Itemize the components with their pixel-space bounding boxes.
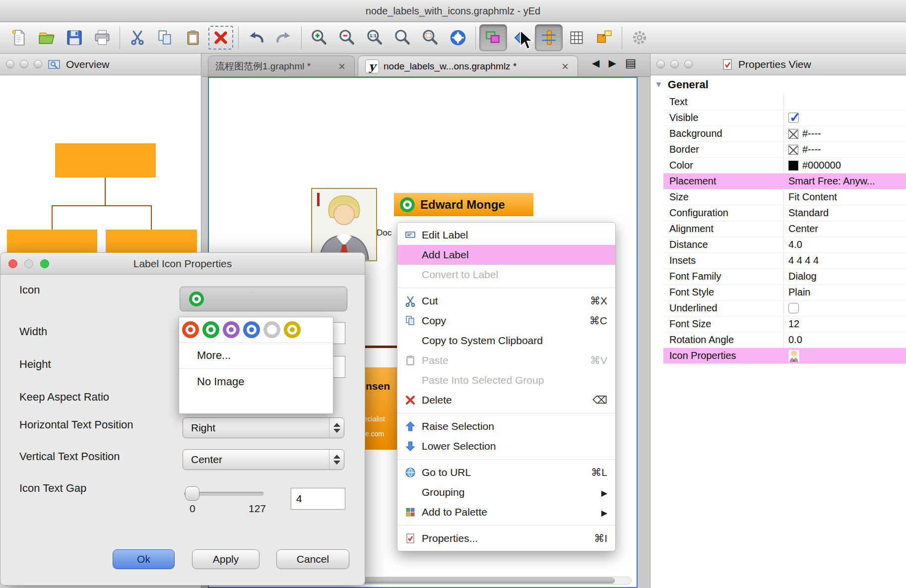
print-button[interactable] (88, 24, 116, 51)
menu-item-grouping[interactable]: Grouping (397, 482, 615, 502)
menu-item-add-to-palette[interactable]: Add to Palette (397, 502, 615, 522)
property-row-size[interactable]: Size Fit Content (663, 189, 906, 205)
property-row-border[interactable]: Border #---- (663, 142, 906, 158)
close-icon[interactable] (560, 61, 571, 72)
paste-button[interactable] (179, 24, 207, 51)
icon-dropdown[interactable] (180, 287, 347, 311)
property-row-rotation-angle[interactable]: Rotation Angle 0.0 (663, 332, 906, 348)
delete-button[interactable] (207, 24, 235, 51)
dialog-title: Label Icon Properties (133, 258, 232, 269)
fit-content-button[interactable] (444, 24, 472, 51)
toolbar-separator (475, 26, 476, 49)
icon-swatch-white[interactable] (263, 321, 280, 338)
icon-swatch-green[interactable] (202, 321, 219, 338)
property-row-icon-properties[interactable]: Icon Properties (663, 348, 906, 364)
property-row-insets[interactable]: Insets 4 4 4 4 (663, 253, 906, 269)
zoom-to-selection-button[interactable] (416, 24, 444, 51)
zoom-in-icon (310, 28, 328, 47)
prev-tab-icon[interactable] (592, 57, 599, 69)
menu-item-edit-label[interactable]: Edit Label (397, 225, 615, 245)
menu-item-add-label[interactable]: Add Label (397, 245, 615, 265)
undo-button[interactable] (242, 24, 270, 51)
panel-dot-button[interactable] (684, 60, 693, 68)
property-row-font-family[interactable]: Font Family Dialog (663, 269, 906, 285)
menu-item-paste[interactable]: Paste ⌘V (397, 351, 615, 370)
next-tab-icon[interactable] (608, 57, 616, 69)
property-row-text[interactable]: Text (663, 94, 906, 110)
icon-swatch-yellow[interactable] (284, 321, 301, 338)
tab-flowchart[interactable]: 流程图范例1.graphml * (208, 56, 355, 76)
menu-item-copy-to-system-clipboard[interactable]: Copy to System Clipboard (397, 331, 615, 351)
menu-item-raise-selection[interactable]: Raise Selection (397, 416, 615, 436)
property-row-placement[interactable]: Placement Smart Free: Anyw... (663, 174, 906, 189)
menu-item-convert-to-label[interactable]: Convert to Label (397, 265, 615, 285)
menu-item-lower-selection[interactable]: Lower Selection (397, 436, 615, 456)
checkbox-checked-icon[interactable] (788, 113, 799, 123)
new-document-button[interactable] (5, 24, 33, 51)
property-row-background[interactable]: Background #---- (663, 126, 906, 142)
property-row-font-size[interactable]: Font Size 12 (663, 316, 906, 332)
node-person-image[interactable] (311, 188, 377, 261)
grid-button[interactable] (563, 24, 590, 51)
no-color-icon[interactable] (788, 129, 798, 139)
settings-button[interactable] (626, 24, 653, 51)
vertical-text-position-select[interactable]: Center (183, 449, 344, 470)
group-general[interactable]: General (650, 75, 906, 94)
icon-swatch-purple[interactable] (223, 321, 240, 338)
property-row-alignment[interactable]: Alignment Center (663, 221, 906, 237)
menu-item-cut[interactable]: Cut ⌘X (397, 291, 615, 311)
property-row-visible[interactable]: Visible (663, 110, 906, 126)
panel-dot-button[interactable] (670, 60, 679, 68)
label-tool-button[interactable] (590, 24, 618, 51)
zoom-out-button[interactable] (333, 24, 361, 51)
zoom-actual-size-button[interactable]: 1:1 (361, 24, 388, 51)
icon-swatch-orange[interactable] (182, 321, 199, 338)
menu-item-copy[interactable]: Copy ⌘C (397, 311, 615, 331)
zoom-in-button[interactable] (305, 24, 333, 51)
panel-dot-button[interactable] (34, 60, 42, 68)
tab-label: 流程图范例1.graphml * (215, 60, 332, 73)
property-row-distance[interactable]: Distance 4.0 (663, 237, 906, 253)
snap-lines-button[interactable] (535, 24, 563, 51)
menu-item-delete[interactable]: Delete ⌫ (397, 390, 615, 410)
cancel-button[interactable]: Cancel (276, 549, 349, 569)
horizontal-text-position-select[interactable]: Right (183, 417, 344, 438)
disclosure-triangle-icon[interactable] (654, 80, 663, 90)
popup-item-more[interactable]: More... (179, 343, 333, 368)
save-button[interactable] (61, 24, 88, 51)
arrow-up-icon (403, 420, 417, 432)
cut-button[interactable] (124, 24, 151, 51)
copy-button[interactable] (151, 24, 179, 51)
popup-item-no-image[interactable]: No Image (179, 368, 333, 394)
panel-dot-button[interactable] (20, 60, 28, 68)
tab-node-labels[interactable]: node_labels_w...ons.graphmlz * (358, 56, 578, 76)
property-row-font-style[interactable]: Font Style Plain (663, 285, 906, 300)
close-icon[interactable] (336, 61, 347, 72)
overview-node (55, 143, 156, 177)
edit-mode-button[interactable] (479, 24, 507, 51)
panel-dot-button[interactable] (6, 60, 14, 68)
color-swatch[interactable] (788, 161, 798, 171)
close-window-button[interactable] (8, 259, 17, 268)
minimize-window-button[interactable] (24, 259, 33, 268)
ok-button[interactable]: Ok (113, 549, 175, 569)
zoom-button[interactable] (388, 24, 416, 51)
menu-item-properties[interactable]: Properties... ⌘I (397, 529, 615, 548)
checkbox-unchecked-icon[interactable] (788, 303, 799, 313)
menu-item-paste-into-selected-group[interactable]: Paste Into Selected Group (397, 370, 615, 390)
apply-button[interactable]: Apply (192, 549, 259, 569)
icon-swatch-blue[interactable] (243, 321, 260, 338)
property-row-color[interactable]: Color #000000 (663, 158, 906, 174)
panel-dot-button[interactable] (656, 60, 665, 68)
property-row-configuration[interactable]: Configuration Standard (663, 205, 906, 221)
node-label-edward[interactable]: Edward Monge (394, 193, 533, 216)
no-color-icon[interactable] (788, 145, 798, 155)
open-file-button[interactable] (33, 24, 61, 51)
property-row-underlined[interactable]: Underlined (663, 300, 906, 316)
redo-button[interactable] (270, 24, 298, 51)
zoom-window-button[interactable] (40, 259, 49, 268)
menu-item-go-to-url[interactable]: Go to URL ⌘L (397, 463, 615, 482)
tab-list-icon[interactable] (625, 56, 637, 70)
icon-text-gap-slider-knob[interactable] (185, 486, 199, 501)
icon-text-gap-input[interactable] (291, 488, 345, 510)
